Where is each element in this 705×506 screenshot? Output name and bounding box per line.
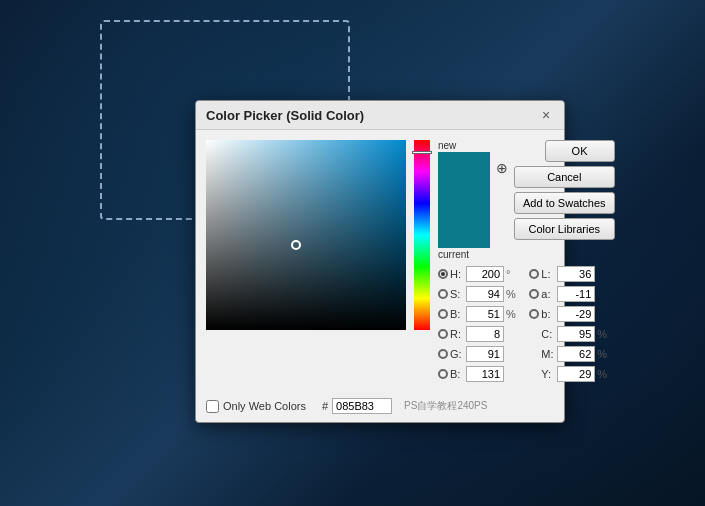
current-color-swatch (438, 200, 490, 248)
hex-input[interactable] (332, 398, 392, 414)
hash-symbol: # (322, 400, 328, 412)
hue-slider[interactable] (414, 140, 430, 330)
b-lab-row: b: (529, 306, 614, 322)
hue-unit: ° (506, 268, 518, 280)
blue-row: B: (438, 366, 523, 382)
sat-input[interactable] (466, 286, 504, 302)
sat-row: S: % (438, 286, 523, 302)
C-unit: % (597, 328, 609, 340)
a-radio[interactable] (529, 289, 539, 299)
blue-radio[interactable] (438, 369, 448, 379)
dialog-title: Color Picker (Solid Color) (206, 108, 364, 123)
hue-label: H: (450, 268, 464, 280)
dialog-titlebar: Color Picker (Solid Color) × (196, 101, 564, 130)
cancel-button[interactable]: Cancel (514, 166, 615, 188)
hue-slider-container[interactable] (414, 140, 430, 330)
color-cursor (291, 240, 301, 250)
hue-row: H: ° (438, 266, 523, 282)
web-colors-label: Only Web Colors (223, 400, 306, 412)
right-panel: new current ⊕ OK Cancel Add to Swatches (438, 140, 615, 384)
green-radio[interactable] (438, 349, 448, 359)
a-row: a: (529, 286, 614, 302)
b-lab-label: b: (541, 308, 555, 320)
watermark-placeholder: PS自学教程240PS (404, 399, 487, 413)
values-section: H: ° S: % (438, 266, 615, 384)
hue-radio[interactable] (438, 269, 448, 279)
sat-unit: % (506, 288, 518, 300)
green-label: G: (450, 348, 464, 360)
bri-unit: % (506, 308, 518, 320)
current-label: current (438, 249, 490, 260)
green-input[interactable] (466, 346, 504, 362)
color-picker-dialog: Color Picker (Solid Color) × (195, 100, 565, 423)
lab-cmyk-col: L: a: (529, 266, 614, 384)
a-input[interactable] (557, 286, 595, 302)
add-to-swatches-button[interactable]: Add to Swatches (514, 192, 615, 214)
L-input[interactable] (557, 266, 595, 282)
C-label: C: (541, 328, 555, 340)
new-color-swatch (438, 152, 490, 200)
sat-radio[interactable] (438, 289, 448, 299)
web-colors-checkbox[interactable] (206, 400, 219, 413)
web-colors-checkbox-label[interactable]: Only Web Colors (206, 400, 306, 413)
Y-input[interactable] (557, 366, 595, 382)
C-input[interactable] (557, 326, 595, 342)
color-libraries-button[interactable]: Color Libraries (514, 218, 615, 240)
M-label: M: (541, 348, 555, 360)
b-lab-input[interactable] (557, 306, 595, 322)
red-radio[interactable] (438, 329, 448, 339)
bri-input[interactable] (466, 306, 504, 322)
blue-input[interactable] (466, 366, 504, 382)
L-label: L: (541, 268, 555, 280)
C-row: C: % (529, 326, 614, 342)
M-unit: % (597, 348, 609, 360)
L-radio[interactable] (529, 269, 539, 279)
buttons-col: OK Cancel Add to Swatches Color Librarie… (514, 140, 615, 240)
a-label: a: (541, 288, 555, 300)
L-row: L: (529, 266, 614, 282)
hex-section: # (322, 398, 392, 414)
hsb-rgb-col: H: ° S: % (438, 266, 523, 384)
b-lab-radio[interactable] (529, 309, 539, 319)
M-input[interactable] (557, 346, 595, 362)
new-label: new (438, 140, 490, 151)
sat-label: S: (450, 288, 464, 300)
values-grid: H: ° S: % (438, 266, 615, 384)
bri-label: B: (450, 308, 464, 320)
hue-input[interactable] (466, 266, 504, 282)
color-preview-box: new current (438, 140, 490, 260)
watermark-text: PS自学教程240PS (404, 399, 487, 413)
blue-label: B: (450, 368, 464, 380)
dialog-bottom: Only Web Colors # PS自学教程240PS (196, 394, 564, 422)
green-row: G: (438, 346, 523, 362)
M-row: M: % (529, 346, 614, 362)
red-row: R: (438, 326, 523, 342)
eyedropper-icon[interactable]: ⊕ (496, 160, 508, 176)
Y-unit: % (597, 368, 609, 380)
bri-row: B: % (438, 306, 523, 322)
Y-label: Y: (541, 368, 555, 380)
background: Color Picker (Solid Color) × (0, 0, 705, 506)
red-input[interactable] (466, 326, 504, 342)
dialog-body: new current ⊕ OK Cancel Add to Swatches (196, 130, 564, 394)
bri-radio[interactable] (438, 309, 448, 319)
red-label: R: (450, 328, 464, 340)
close-button[interactable]: × (538, 107, 554, 123)
color-field-container[interactable] (206, 140, 406, 330)
color-field[interactable] (206, 140, 406, 330)
ok-button[interactable]: OK (545, 140, 615, 162)
Y-row: Y: % (529, 366, 614, 382)
